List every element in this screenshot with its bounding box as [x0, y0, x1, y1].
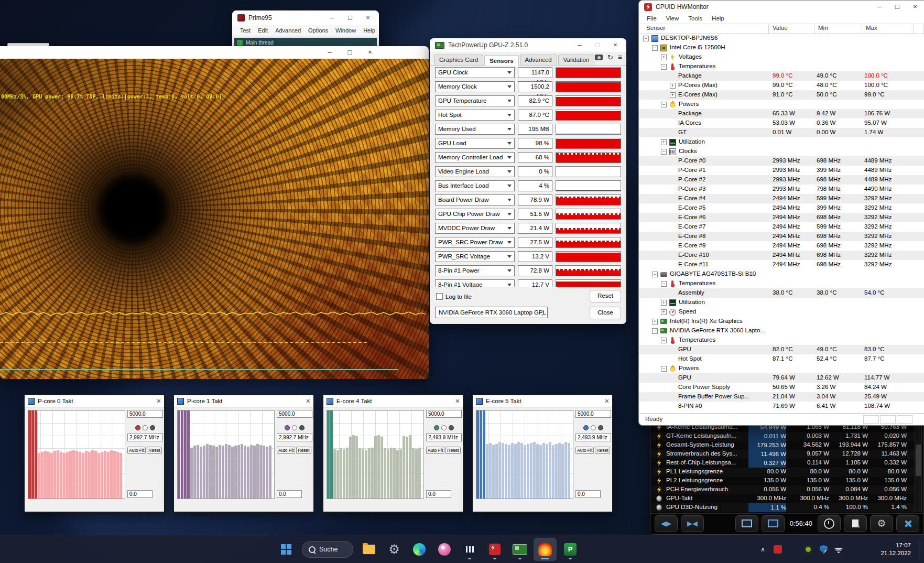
sensor-select[interactable]: Hot Spot [435, 110, 515, 121]
tree-row[interactable]: −Temperatures [639, 279, 924, 288]
hwinfo-row[interactable]: Stromverbrauch des Sys...11.496 W9.057 W… [651, 450, 916, 459]
tree-row[interactable]: +P-Cores (Max)99.0 °C48.0 °C100.0 °C [639, 81, 924, 90]
hwinfo-row[interactable]: PCH Energieverbrauch0.056 W0.056 W0.084 … [651, 485, 916, 494]
tree-row[interactable]: Package99.0 °C49.0 °C100.0 °C [639, 71, 924, 81]
sensor-select[interactable]: Bus Interface Load [435, 180, 515, 191]
auto-fit-button[interactable]: Auto Fit [426, 447, 444, 454]
tree-row[interactable]: P-Core #02993 MHz698 MHz4489 MHz [639, 156, 924, 166]
collapse-icon[interactable]: − [661, 64, 667, 70]
tree-row[interactable]: −NVIDIA GeForce RTX 3060 Lapto... [639, 326, 924, 335]
settings-gear-button[interactable]: ⚙ [870, 515, 893, 532]
close-icon[interactable]: × [157, 397, 161, 405]
menu-item-tools[interactable]: Tools [683, 15, 707, 21]
tree-row[interactable]: 8-PIN #071.69 W6.41 W108.74 W [639, 402, 924, 411]
radio-icon[interactable] [449, 425, 454, 430]
tree-row[interactable]: E-Core #112494 MHz698 MHz3292 MHz [639, 260, 924, 269]
tree-row[interactable]: P-Core #12993 MHz399 MHz4489 MHz [639, 166, 924, 175]
tree-row[interactable]: IA Cores53.03 W0.36 W95.07 W [639, 118, 924, 128]
tray-wifi-icon[interactable] [832, 539, 845, 560]
tree-row[interactable]: +Utilization [639, 137, 924, 147]
tab-validation[interactable]: Validation [558, 55, 595, 65]
menu-item-test[interactable]: Test [236, 27, 254, 34]
column-value[interactable]: Value [773, 25, 788, 31]
tree-row[interactable]: E-Core #62494 MHz698 MHz3292 MHz [639, 213, 924, 222]
core-clock-titlebar[interactable]: E-core 4 Takt× [323, 395, 463, 407]
taskbar-app-prime95[interactable]: P [559, 538, 582, 561]
taskbar-app-hwmonitor[interactable] [483, 538, 506, 561]
sensor-select[interactable]: PWR_SRC Voltage [435, 251, 515, 262]
tree-row[interactable]: +Voltages [639, 52, 924, 62]
taskbar-app-gpuz[interactable] [508, 538, 531, 561]
tree-row[interactable]: E-Core #102494 MHz698 MHz3292 MHz [639, 251, 924, 260]
expand-icon[interactable]: + [652, 319, 658, 324]
sensor-select[interactable]: Board Power Draw [435, 194, 515, 205]
expand-icon[interactable]: + [661, 139, 667, 145]
column-sensor[interactable]: Sensor [646, 25, 665, 31]
radio-icon[interactable] [591, 425, 596, 430]
radio-selected-icon[interactable] [285, 425, 290, 430]
reset-button[interactable]: Reset [296, 447, 311, 454]
tree-row[interactable]: E-Core #72494 MHz599 MHz3292 MHz [639, 222, 924, 232]
furmark-titlebar[interactable]: – □ × [0, 46, 429, 59]
collapse-icon[interactable]: − [661, 281, 667, 287]
expand-icon[interactable]: + [661, 300, 667, 306]
maximize-icon[interactable]: □ [341, 46, 359, 59]
reset-button[interactable]: Reset [595, 447, 610, 454]
collapse-button[interactable]: ▶◀ [681, 515, 704, 532]
menu-item-help[interactable]: Help [707, 15, 729, 21]
tree-row[interactable]: E-Core #42494 MHz599 MHz3292 MHz [639, 194, 924, 203]
close-icon[interactable]: × [361, 46, 379, 59]
sensor-select[interactable]: 8-Pin #1 Voltage [435, 279, 515, 287]
minimize-icon[interactable]: – [321, 46, 339, 59]
log-to-file-checkbox[interactable]: Log to file [436, 293, 472, 300]
sensor-select[interactable]: Memory Controller Load [435, 152, 515, 163]
core-clock-titlebar[interactable]: E-core 5 Takt× [473, 395, 612, 407]
scale-radio-group[interactable] [426, 425, 462, 430]
core-clock-titlebar[interactable]: P-core 1 Takt× [174, 395, 313, 407]
tree-row[interactable]: −GIGABYTE AG470S1TB-SI B10 [639, 269, 924, 279]
reset-button[interactable]: Reset [590, 290, 621, 302]
sensor-select[interactable]: Memory Clock [435, 81, 515, 92]
menu-item-window[interactable]: Window [332, 27, 360, 34]
minimize-icon[interactable]: – [323, 12, 341, 24]
tab-graphics-card[interactable]: Graphics Card [434, 55, 483, 65]
menu-item-options[interactable]: Options [305, 27, 332, 34]
scale-radio-group[interactable] [575, 425, 611, 430]
radio-selected-icon[interactable] [434, 425, 439, 430]
tray-chevron-icon[interactable]: ∧ [756, 539, 769, 560]
tree-row[interactable]: E-Core #82494 MHz698 MHz3292 MHz [639, 232, 924, 241]
hwinfo-row[interactable]: Gesamt-System-Leistung179.253 W34.562 W1… [651, 441, 916, 450]
taskbar-clock[interactable]: 17:07 21.12.2022 [877, 542, 915, 557]
hwmonitor-titlebar[interactable]: CPUID HWMonitor – □ × [639, 1, 924, 13]
prime95-titlebar[interactable]: Prime95 – □ × [232, 10, 379, 25]
close-icon[interactable]: × [306, 397, 310, 405]
tree-row[interactable]: GPU82.0 °C49.0 °C83.0 °C [639, 345, 924, 354]
hwinfo-row[interactable]: PL1 Leistungsgrenze80.0 W80.0 W80.0 W80.… [651, 468, 916, 477]
radio-selected-icon[interactable] [135, 425, 140, 430]
menu-item-help[interactable]: Help [360, 27, 379, 34]
sensor-select[interactable]: GPU Chip Power Draw [435, 209, 515, 220]
sensor-select[interactable]: Memory Used [435, 124, 515, 135]
tree-row[interactable]: +Utilization [639, 298, 924, 307]
tree-row[interactable]: −Clocks [639, 147, 924, 156]
tree-row[interactable]: −Powers [639, 364, 924, 373]
tree-row[interactable]: +Intel(R) Iris(R) Xe Graphics [639, 317, 924, 326]
scale-radio-group[interactable] [127, 425, 163, 430]
gpu-select-dropdown[interactable]: NVIDIA GeForce RTX 3060 Laptop GPL ⌄ [435, 307, 548, 318]
refresh-icon[interactable]: ↻ [607, 54, 613, 61]
search-pill[interactable]: Suche [302, 541, 353, 558]
tree-row[interactable]: Package65.33 W9.42 W106.76 W [639, 109, 924, 118]
menu-icon[interactable]: ≡ [618, 54, 622, 61]
close-icon[interactable]: × [606, 39, 624, 51]
tree-row[interactable]: Frame Buffer Power Sup...21.04 W3.04 W25… [639, 392, 924, 402]
expand-icon[interactable]: + [670, 92, 676, 98]
expand-icon[interactable]: + [661, 55, 667, 60]
hwinfo-row[interactable]: GPU D3D-Nutzung1.1 %0.4 %100.0 %1.4 % [651, 503, 916, 512]
monitor-search-button[interactable] [735, 515, 758, 532]
tree-row[interactable]: P-Core #22993 MHz698 MHz4489 MHz [639, 175, 924, 185]
hwinfo-row[interactable]: GT-Kerne Leistungsaufn...0.011 W0.003 W1… [651, 432, 916, 441]
tree-row[interactable]: Core Power Supply50.65 W3.26 W84.24 W [639, 383, 924, 392]
expand-icon[interactable]: + [670, 83, 676, 89]
tab-advanced[interactable]: Advanced [520, 55, 557, 65]
collapse-icon[interactable]: − [652, 45, 658, 51]
